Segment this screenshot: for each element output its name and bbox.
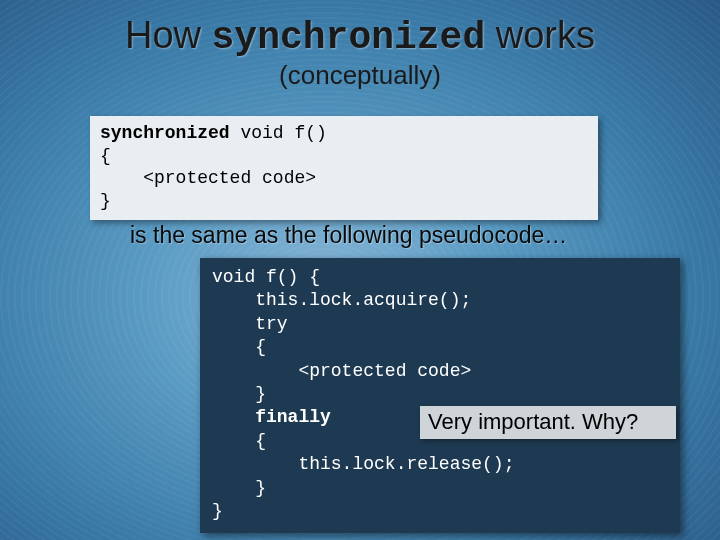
- slide-subtitle: (conceptually): [0, 60, 720, 91]
- code-block-top: synchronized void f() { <protected code>…: [90, 116, 598, 220]
- body-text: is the same as the following pseudocode…: [130, 222, 567, 249]
- code1-l3: <protected code>: [100, 168, 316, 188]
- code2-l8: {: [212, 431, 266, 451]
- code2-l9: this.lock.release();: [212, 454, 514, 474]
- code2-l1: void f() {: [212, 267, 320, 287]
- code-block-bottom: void f() { this.lock.acquire(); try { <p…: [200, 258, 680, 533]
- title-keyword: synchronized: [212, 16, 486, 59]
- code1-kw: synchronized: [100, 123, 230, 143]
- title-pre: How: [125, 14, 212, 56]
- title-post: works: [485, 14, 595, 56]
- code2-l7: finally: [212, 407, 331, 427]
- slide-title: How synchronized works: [0, 14, 720, 59]
- code2-l2: this.lock.acquire();: [212, 290, 471, 310]
- code2-l3: try: [212, 314, 288, 334]
- code1-l2: {: [100, 146, 111, 166]
- code1-l4: }: [100, 191, 111, 211]
- code2-l6: }: [212, 384, 266, 404]
- code1-l1b: void f(): [230, 123, 327, 143]
- code2-l10: }: [212, 478, 266, 498]
- code2-l11: }: [212, 501, 223, 521]
- callout-box: Very important. Why?: [420, 406, 676, 439]
- code2-l5: <protected code>: [212, 361, 471, 381]
- code2-l4: {: [212, 337, 266, 357]
